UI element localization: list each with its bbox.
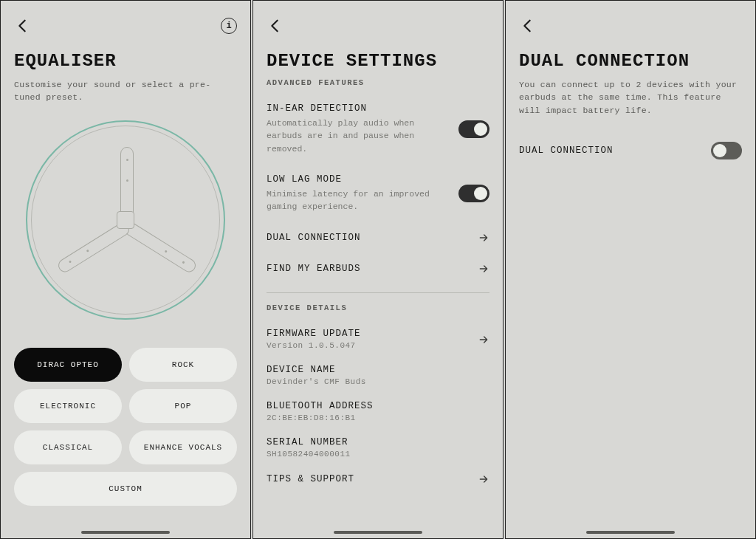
back-icon[interactable] <box>267 18 283 34</box>
row-subvalue: SH10582404000011 <box>267 450 489 459</box>
row-find-my-earbuds[interactable]: FIND MY EARBUDS <box>267 257 489 288</box>
row-subvalue: Version 1.0.5.047 <box>267 341 361 350</box>
section-device-details: DEVICE DETAILS <box>267 303 489 312</box>
toggle-in-ear-detection[interactable] <box>458 120 489 138</box>
chevron-right-icon <box>478 263 489 275</box>
home-indicator[interactable] <box>334 531 422 534</box>
row-title: LOW LAG MODE <box>267 174 440 185</box>
row-low-lag-mode: LOW LAG MODE Minimise latency for an imp… <box>267 168 489 227</box>
info-icon[interactable]: i <box>221 18 237 34</box>
page-title: DEVICE SETTINGS <box>267 51 489 71</box>
screen-device-settings: DEVICE SETTINGS ADVANCED FEATURES IN-EAR… <box>252 0 504 539</box>
row-serial-number: SERIAL NUMBER SH10582404000011 <box>267 431 489 467</box>
preset-electronic[interactable]: ELECTRONIC <box>14 389 122 423</box>
row-subvalue: 2C:BE:EB:D8:16:B1 <box>267 413 489 422</box>
row-bluetooth-address: BLUETOOTH ADDRESS 2C:BE:EB:D8:16:B1 <box>267 395 489 431</box>
toggle-dual-connection[interactable] <box>711 142 742 159</box>
row-title: BLUETOOTH ADDRESS <box>267 401 489 411</box>
page-title: EQUALISER <box>14 51 237 71</box>
preset-enhance-vocals[interactable]: ENHANCE VOCALS <box>129 430 237 464</box>
row-desc: Minimise latency for an improved gaming … <box>267 188 440 213</box>
preset-classical[interactable]: CLASSICAL <box>14 430 122 464</box>
topbar: i <box>14 17 237 35</box>
row-title: FIRMWARE UPDATE <box>267 329 361 339</box>
eq-knob[interactable] <box>14 120 237 320</box>
chevron-right-icon <box>478 473 489 485</box>
row-title: DUAL CONNECTION <box>519 145 614 156</box>
toggle-low-lag-mode[interactable] <box>458 185 489 202</box>
row-title: TIPS & SUPPORT <box>267 474 354 484</box>
screen-equaliser: i EQUALISER Customise your sound or sele… <box>0 0 251 539</box>
row-device-name: DEVICE NAME Devinder's CMF Buds <box>267 359 489 395</box>
row-desc: Automatically play audio when earbuds ar… <box>267 117 440 155</box>
page-subtitle: Customise your sound or select a pre-tun… <box>14 78 237 104</box>
row-firmware-update[interactable]: FIRMWARE UPDATE Version 1.0.5.047 <box>267 323 489 359</box>
row-title: SERIAL NUMBER <box>267 437 489 447</box>
page-title: DUAL CONNECTION <box>519 51 742 71</box>
row-title: DUAL CONNECTION <box>267 233 361 243</box>
page-subtitle: You can connect up to 2 devices with you… <box>519 78 742 117</box>
divider <box>267 292 489 293</box>
screen-dual-connection: DUAL CONNECTION You can connect up to 2 … <box>505 0 756 539</box>
topbar <box>519 17 742 35</box>
row-dual-connection[interactable]: DUAL CONNECTION <box>267 226 489 257</box>
back-icon[interactable] <box>14 18 30 34</box>
back-icon[interactable] <box>519 18 535 34</box>
preset-custom[interactable]: CUSTOM <box>14 472 237 506</box>
row-title: DEVICE NAME <box>267 365 489 375</box>
row-dual-connection-toggle: DUAL CONNECTION <box>519 136 742 173</box>
home-indicator[interactable] <box>81 531 170 534</box>
preset-rock[interactable]: ROCK <box>129 348 237 382</box>
home-indicator[interactable] <box>586 531 675 534</box>
row-title: IN-EAR DETECTION <box>267 103 440 114</box>
preset-dirac-opteo[interactable]: DIRAC OPTEO <box>14 348 122 382</box>
topbar <box>267 17 489 35</box>
preset-pop[interactable]: POP <box>129 389 237 423</box>
chevron-right-icon <box>478 334 489 346</box>
section-advanced-features: ADVANCED FEATURES <box>267 78 489 87</box>
row-in-ear-detection: IN-EAR DETECTION Automatically play audi… <box>267 97 489 168</box>
row-title: FIND MY EARBUDS <box>267 264 361 274</box>
chevron-right-icon <box>478 232 489 244</box>
preset-grid: DIRAC OPTEO ROCK ELECTRONIC POP CLASSICA… <box>14 348 237 506</box>
row-subvalue: Devinder's CMF Buds <box>267 377 489 386</box>
row-tips-support[interactable]: TIPS & SUPPORT <box>267 467 489 490</box>
